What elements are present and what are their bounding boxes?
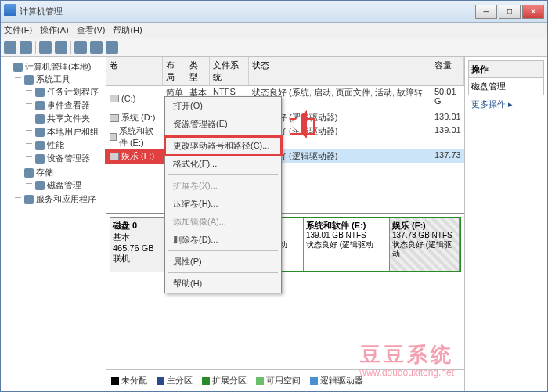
tree-shares[interactable]: 共享文件夹 xyxy=(35,112,104,125)
disk-map: 磁盘 0 基本 465.76 GB 联机 (C:)50.01 GB NTFS状态… xyxy=(106,213,464,275)
drive-icon xyxy=(110,95,119,102)
list-icon[interactable] xyxy=(106,41,118,54)
scheduler-icon xyxy=(35,88,45,97)
menubar: 文件(F) 操作(A) 查看(V) 帮助(H) xyxy=(1,23,547,38)
window-title: 计算机管理 xyxy=(4,5,475,17)
actions-disk[interactable]: 磁盘管理 xyxy=(468,78,544,95)
watermark-url: www.doudouxitong.net xyxy=(359,367,454,378)
legend-unallocated: 未分配 xyxy=(111,375,147,387)
menu-help[interactable]: 帮助(H) xyxy=(113,24,142,36)
ctx-mirror: 添加镜像(A)... xyxy=(165,213,281,231)
forward-icon[interactable] xyxy=(20,41,32,54)
back-icon[interactable] xyxy=(4,41,16,54)
menu-action[interactable]: 操作(A) xyxy=(40,24,69,36)
ctx-explorer[interactable]: 资源管理器(E) xyxy=(165,115,281,133)
tree-perf[interactable]: 性能 xyxy=(35,138,104,152)
col-volume[interactable]: 卷 xyxy=(106,57,163,85)
drive-icon xyxy=(110,133,117,141)
tree-users[interactable]: 本地用户和组 xyxy=(35,125,104,138)
legend-primary: 主分区 xyxy=(157,375,193,387)
annotation-arrow xyxy=(290,113,329,137)
close-button[interactable]: ✕ xyxy=(522,5,544,19)
legend-free: 可用空间 xyxy=(256,375,301,387)
titlebar[interactable]: 计算机管理 ─ □ ✕ xyxy=(1,1,547,23)
maximize-button[interactable]: □ xyxy=(499,5,521,19)
disk-title: 磁盘 0 xyxy=(113,221,137,230)
refresh-icon[interactable] xyxy=(55,41,67,54)
tree-services[interactable]: 服务和应用程序 xyxy=(24,192,104,206)
tree-devmgr[interactable]: 设备管理器 xyxy=(35,152,104,165)
perf-icon xyxy=(35,141,45,150)
ctx-change-drive-letter[interactable]: 更改驱动器号和路径(C)... xyxy=(165,137,281,155)
tree-eventviewer[interactable]: 事件查看器 xyxy=(35,99,104,112)
disk-icon xyxy=(35,181,45,190)
menu-view[interactable]: 查看(V) xyxy=(77,24,106,36)
tree-systools[interactable]: 系统工具 任务计划程序 事件查看器 共享文件夹 本地用户和组 性能 设备管理器 xyxy=(24,73,104,166)
tree-storage[interactable]: 存储 磁盘管理 xyxy=(24,166,104,192)
partition[interactable]: 娱乐 (F:)137.73 GB NTFS状态良好 (逻辑驱动 xyxy=(390,218,460,271)
col-status[interactable]: 状态 xyxy=(249,57,431,85)
ctx-help[interactable]: 帮助(H) xyxy=(165,275,281,293)
legend-extended: 扩展分区 xyxy=(202,375,247,387)
settings-icon[interactable] xyxy=(90,41,103,54)
tools-icon xyxy=(24,75,34,85)
col-type[interactable]: 类型 xyxy=(186,57,210,85)
toolbar xyxy=(1,38,547,57)
event-icon xyxy=(35,101,45,110)
disk-header[interactable]: 磁盘 0 基本 465.76 GB 联机 xyxy=(110,217,166,272)
volume-row[interactable]: (C:)简单基本NTFS状态良好 (系统, 启动, 页面文件, 活动, 故障转储… xyxy=(106,86,464,111)
context-menu: 打开(O) 资源管理器(E) 更改驱动器号和路径(C)... 格式化(F)...… xyxy=(164,96,282,293)
tree-scheduler[interactable]: 任务计划程序 xyxy=(35,85,104,99)
volume-row[interactable]: 娱乐 (F:)简单基本NTFS状态良好 (逻辑驱动器)137.73 xyxy=(106,149,464,163)
actions-more[interactable]: 更多操作 ▸ xyxy=(468,95,544,113)
computer-icon xyxy=(13,63,23,72)
col-layout[interactable]: 布局 xyxy=(163,57,186,85)
drive-icon xyxy=(110,153,119,160)
volume-header: 卷 布局 类型 文件系统 状态 容量 xyxy=(106,57,464,86)
ctx-props[interactable]: 属性(P) xyxy=(165,253,281,271)
col-fs[interactable]: 文件系统 xyxy=(210,57,249,85)
ctx-open[interactable]: 打开(O) xyxy=(165,97,281,115)
partition[interactable]: 系统和软件 (E:)139.01 GB NTFS状态良好 (逻辑驱动 xyxy=(304,218,390,271)
nav-tree: 计算机管理(本地) 系统工具 任务计划程序 事件查看器 共享文件夹 本地用户和组… xyxy=(1,57,106,391)
menu-file[interactable]: 文件(F) xyxy=(4,24,32,36)
device-icon xyxy=(35,154,45,164)
drive-icon xyxy=(110,114,119,122)
col-capacity[interactable]: 容量 xyxy=(431,57,464,85)
tree-diskmgmt[interactable]: 磁盘管理 xyxy=(35,178,104,192)
ctx-shrink[interactable]: 压缩卷(H)... xyxy=(165,195,281,213)
ctx-format[interactable]: 格式化(F)... xyxy=(165,155,281,173)
tree-root[interactable]: 计算机管理(本地) 系统工具 任务计划程序 事件查看器 共享文件夹 本地用户和组… xyxy=(13,60,104,207)
ctx-extend: 扩展卷(X)... xyxy=(165,177,281,195)
actions-pane: 操作 磁盘管理 更多操作 ▸ xyxy=(465,57,547,391)
actions-title: 操作 xyxy=(468,60,544,78)
users-icon xyxy=(35,128,45,137)
legend-logical: 逻辑驱动器 xyxy=(310,375,363,387)
folder-icon xyxy=(35,114,45,124)
minimize-button[interactable]: ─ xyxy=(475,5,497,19)
storage-icon xyxy=(24,168,34,178)
view-icon[interactable] xyxy=(39,41,52,54)
ctx-delete[interactable]: 删除卷(D)... xyxy=(165,231,281,249)
services-icon xyxy=(24,195,34,204)
watermark-text: 豆豆系统 xyxy=(360,341,454,369)
help-icon[interactable] xyxy=(74,41,87,54)
